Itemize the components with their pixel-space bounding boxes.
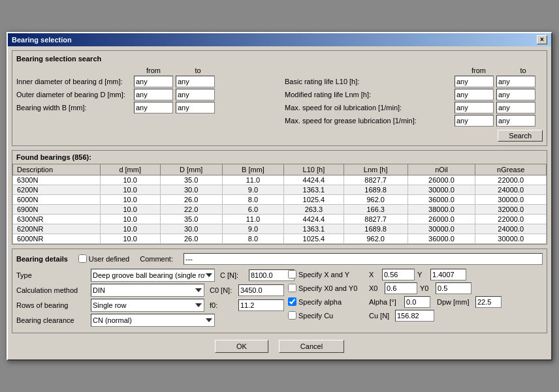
table-cell: 4424.4 (284, 175, 344, 185)
table-cell: 24000.0 (475, 224, 547, 234)
inner-diameter-from[interactable] (134, 76, 173, 87)
user-defined-checkbox[interactable] (78, 254, 87, 263)
grease-speed-from[interactable] (455, 115, 494, 127)
table-cell: 30.0 (160, 224, 222, 234)
bearing-width-label: Bearing width B [mm]: (16, 104, 134, 112)
table-row[interactable]: 6300N10.035.011.04424.48827.726000.02200… (13, 175, 547, 185)
table-row[interactable]: 6200NR10.030.09.01363.11689.830000.02400… (13, 224, 547, 234)
table-cell: 4424.4 (284, 214, 344, 224)
c0n-input[interactable] (238, 284, 284, 296)
table-cell: 9.0 (222, 224, 283, 234)
y0-input[interactable] (436, 282, 471, 294)
table-cell: 30000.0 (475, 194, 547, 204)
rows-select[interactable]: Single row (91, 299, 204, 312)
details-title: Bearing details (16, 255, 68, 263)
type-select[interactable]: Deep groove ball bearing (single row) (91, 269, 215, 282)
x0-input[interactable] (385, 282, 417, 294)
search-button[interactable]: Search (498, 130, 543, 142)
table-cell: 36000.0 (407, 234, 475, 243)
outer-diameter-from[interactable] (134, 89, 173, 100)
clearance-select[interactable]: CN (normal) (91, 314, 215, 327)
grease-speed-to[interactable] (496, 115, 535, 127)
table-cell: 10.0 (100, 234, 160, 243)
table-cell: 6200NR (13, 224, 101, 234)
table-row[interactable]: 6000N10.026.08.01025.4962.036000.030000.… (13, 194, 547, 204)
user-defined-label[interactable]: User defined (78, 254, 129, 263)
bearing-width-to[interactable] (176, 102, 215, 113)
dpw-input[interactable] (475, 296, 502, 308)
table-cell: 10.0 (100, 194, 160, 204)
details-left: Type Deep groove ball bearing (single ro… (16, 269, 284, 329)
specify-alpha-label[interactable]: Specify alpha (288, 297, 366, 306)
table-cell: 6300N (13, 175, 101, 185)
specify-x0y0-checkbox[interactable] (288, 284, 296, 292)
specify-cu-checkbox[interactable] (288, 311, 296, 320)
specify-x0y0-text: Specify X0 and Y0 (298, 284, 357, 292)
table-row[interactable]: 6200N10.030.09.01363.11689.830000.024000… (13, 185, 547, 194)
modified-rating-to[interactable] (496, 89, 535, 100)
f0-input[interactable] (238, 299, 284, 311)
specify-cu-label[interactable]: Specify Cu (288, 311, 366, 320)
table-cell: 962.0 (343, 194, 407, 204)
bearing-width-from[interactable] (134, 102, 173, 113)
outer-diameter-to[interactable] (176, 89, 215, 100)
grease-speed-row: Max. speed for grease lubrication [1/min… (285, 115, 543, 127)
specify-alpha-checkbox[interactable] (288, 297, 296, 306)
left-to-header: to (178, 67, 217, 74)
left-search-fields: from to Inner diameter of bearing d [mm]… (16, 67, 274, 142)
table-cell: 22000.0 (475, 214, 547, 224)
specify-alpha-text: Specify alpha (298, 298, 342, 306)
calc-row: Calculation method DIN C0 [N]: (16, 284, 284, 297)
table-row[interactable]: 6300NR10.035.011.04424.48827.726000.0220… (13, 214, 547, 224)
table-cell: 6300NR (13, 214, 101, 224)
inner-diameter-row: Inner diameter of bearing d [mm]: (16, 76, 274, 87)
bearings-table: Description d [mm] D [mm] B [mm] L10 [h]… (12, 164, 547, 244)
cn-label: C [N]: (220, 271, 246, 279)
table-cell: 35.0 (160, 214, 222, 224)
specify-xy-checkbox[interactable] (288, 270, 296, 279)
y-input[interactable] (430, 269, 466, 280)
table-cell: 30.0 (160, 185, 222, 194)
table-cell: 24000.0 (475, 185, 547, 194)
col-Lnm: Lnm [h] (343, 164, 407, 175)
table-cell: 6900N (13, 204, 101, 214)
table-cell: 32000.0 (475, 204, 547, 214)
table-cell: 26.0 (160, 194, 222, 204)
comment-input[interactable] (184, 253, 543, 265)
modified-rating-from[interactable] (455, 89, 494, 100)
x-input[interactable] (382, 269, 415, 280)
table-cell: 10.0 (100, 185, 160, 194)
cancel-button[interactable]: Cancel (279, 340, 344, 353)
calc-select[interactable]: DIN (91, 284, 204, 297)
clearance-label: Bearing clearance (16, 316, 88, 324)
bearings-table-container[interactable]: Description d [mm] D [mm] B [mm] L10 [h]… (12, 164, 547, 244)
col-nOil: nOil (407, 164, 475, 175)
table-row[interactable]: 6900N10.022.06.0263.3166.338000.032000.0 (13, 204, 547, 214)
basic-rating-from[interactable] (455, 76, 494, 87)
table-cell: 1025.4 (284, 234, 344, 243)
basic-rating-to[interactable] (496, 76, 535, 87)
oil-speed-from[interactable] (455, 102, 494, 113)
cu-input[interactable] (395, 310, 434, 322)
left-from-header: from (134, 67, 173, 74)
details-header: Bearing details User defined Comment: (16, 253, 543, 265)
inner-diameter-to[interactable] (176, 76, 215, 87)
alpha-input[interactable] (404, 296, 430, 308)
oil-speed-row: Max. speed for oil lubrication [1/min]: (285, 102, 543, 113)
search-section-title: Bearing selection search (16, 55, 543, 63)
table-cell: 166.3 (343, 204, 407, 214)
oil-speed-to[interactable] (496, 102, 535, 113)
table-cell: 30000.0 (407, 185, 475, 194)
table-row[interactable]: 6000NR10.026.08.01025.4962.036000.030000… (13, 234, 547, 243)
right-to-header: to (503, 67, 543, 74)
specify-x0y0-label[interactable]: Specify X0 and Y0 (288, 284, 366, 292)
ok-button[interactable]: OK (215, 340, 268, 353)
table-cell: 10.0 (100, 224, 160, 234)
basic-rating-row: Basic rating life L10 [h]: (285, 76, 543, 87)
table-cell: 30000.0 (475, 234, 547, 243)
table-cell: 6200N (13, 185, 101, 194)
close-button[interactable]: × (537, 35, 547, 44)
alpha-label: Alpha [°] (369, 298, 402, 306)
bearing-width-row: Bearing width B [mm]: (16, 102, 274, 113)
specify-xy-label[interactable]: Specify X and Y (288, 270, 366, 279)
